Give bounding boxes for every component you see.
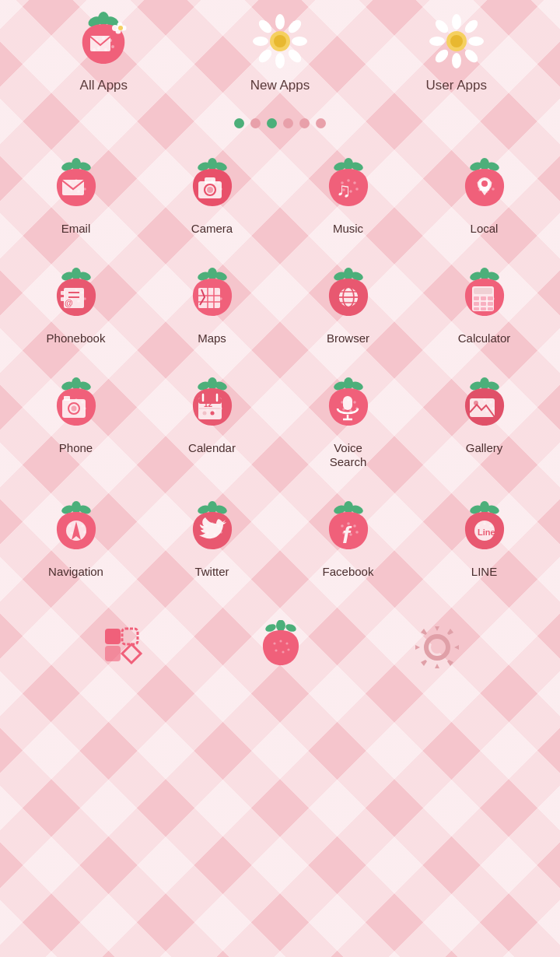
app-twitter[interactable]: Twitter <box>144 487 280 597</box>
svg-rect-187 <box>343 396 352 410</box>
app-calculator-label: Calculator <box>458 331 511 346</box>
svg-text:12: 12 <box>204 400 213 408</box>
calculator-icon <box>457 268 513 324</box>
svg-point-254 <box>287 648 289 650</box>
phonebook-icon: @ <box>48 268 104 324</box>
svg-point-229 <box>355 531 359 534</box>
svg-text:@: @ <box>65 298 73 307</box>
svg-rect-96 <box>61 291 65 295</box>
new-apps-icon <box>248 9 312 73</box>
svg-rect-146 <box>488 307 493 310</box>
app-camera[interactable]: Camera <box>144 144 280 254</box>
app-voice-search[interactable]: Voice Search <box>280 363 416 488</box>
app-twitter-label: Twitter <box>194 565 229 580</box>
svg-point-29 <box>468 37 484 46</box>
app-navigation[interactable]: Navigation <box>8 487 144 597</box>
svg-rect-145 <box>481 307 486 310</box>
calendar-icon: 12 <box>184 377 240 433</box>
svg-rect-243 <box>122 629 138 644</box>
settings-icon <box>415 625 460 670</box>
tab-user-apps-label: User Apps <box>425 78 486 93</box>
user-apps-icon <box>425 9 488 73</box>
svg-rect-141 <box>474 302 479 306</box>
app-phone[interactable]: Phone <box>8 363 144 488</box>
svg-rect-159 <box>64 396 70 401</box>
svg-point-35 <box>450 35 463 47</box>
svg-point-23 <box>286 47 304 65</box>
app-phone-label: Phone <box>59 441 93 456</box>
phone-icon <box>48 377 104 433</box>
email-icon <box>48 158 104 214</box>
app-calendar-label: Calendar <box>188 441 236 456</box>
svg-rect-139 <box>481 296 486 300</box>
app-calculator[interactable]: Calculator <box>416 254 552 363</box>
app-line[interactable]: Line LINE <box>416 487 552 597</box>
app-email[interactable]: Email <box>8 144 144 254</box>
svg-rect-140 <box>488 296 493 300</box>
app-local[interactable]: Local <box>416 144 552 254</box>
pagination-dots <box>0 115 560 136</box>
dot-5[interactable] <box>299 118 310 128</box>
svg-point-252 <box>275 649 277 651</box>
svg-point-175 <box>202 411 206 415</box>
app-music-label: Music <box>333 222 363 237</box>
svg-rect-244 <box>105 646 121 661</box>
svg-point-253 <box>282 650 284 653</box>
svg-point-185 <box>349 409 352 412</box>
app-gallery[interactable]: Gallery <box>416 363 552 488</box>
app-gallery-label: Gallery <box>466 441 503 456</box>
svg-point-251 <box>285 642 288 644</box>
svg-point-158 <box>71 405 76 411</box>
svg-point-82 <box>481 181 488 187</box>
tab-all-apps[interactable]: All Apps <box>16 9 192 93</box>
apps-grid: Email Camera <box>0 136 560 597</box>
svg-point-226 <box>353 524 356 528</box>
browser-icon <box>320 268 376 324</box>
svg-point-256 <box>431 641 443 654</box>
bottom-home-button[interactable] <box>254 620 308 675</box>
maps-icon <box>184 268 240 324</box>
app-calendar[interactable]: 12 Calendar <box>144 363 280 488</box>
svg-point-27 <box>452 53 461 68</box>
bottom-themes-button[interactable] <box>100 624 147 671</box>
facebook-icon: f <box>320 501 376 557</box>
camera-icon <box>184 158 240 214</box>
svg-point-249 <box>273 642 275 644</box>
svg-point-25 <box>274 35 286 47</box>
app-maps[interactable]: Maps <box>144 254 280 363</box>
bottom-settings-button[interactable] <box>415 625 460 670</box>
dot-2[interactable] <box>250 118 261 128</box>
app-voice-search-label: Voice Search <box>330 441 367 471</box>
tab-new-apps[interactable]: New Apps <box>192 9 369 93</box>
twitter-icon <box>184 501 240 557</box>
app-facebook[interactable]: f Facebook <box>280 487 416 597</box>
tab-new-apps-label: New Apps <box>250 78 310 93</box>
svg-text:♫: ♫ <box>336 178 352 202</box>
app-browser[interactable]: Browser <box>280 254 416 363</box>
music-icon: ♫ <box>320 158 376 214</box>
tab-user-apps[interactable]: User Apps <box>368 9 544 93</box>
svg-point-33 <box>462 47 480 65</box>
dot-6[interactable] <box>316 118 326 128</box>
svg-point-21 <box>286 18 304 36</box>
app-phonebook[interactable]: @ Phonebook <box>8 254 144 363</box>
svg-point-32 <box>432 47 450 65</box>
svg-rect-142 <box>481 302 486 306</box>
svg-point-200 <box>474 401 478 405</box>
svg-point-58 <box>207 187 213 193</box>
svg-point-77 <box>492 188 495 191</box>
app-facebook-label: Facebook <box>323 565 374 580</box>
app-music[interactable]: ♫ Music <box>280 144 416 254</box>
svg-rect-138 <box>474 296 479 300</box>
dot-4[interactable] <box>283 118 293 128</box>
dot-3[interactable] <box>267 118 277 128</box>
gallery-icon <box>457 377 513 433</box>
svg-rect-143 <box>488 302 493 306</box>
app-email-label: Email <box>61 222 91 237</box>
themes-icon <box>100 624 147 671</box>
app-browser-label: Browser <box>327 331 369 346</box>
app-maps-label: Maps <box>198 331 226 346</box>
svg-point-20 <box>257 18 275 36</box>
dot-1[interactable] <box>234 118 244 128</box>
svg-point-19 <box>292 37 307 46</box>
